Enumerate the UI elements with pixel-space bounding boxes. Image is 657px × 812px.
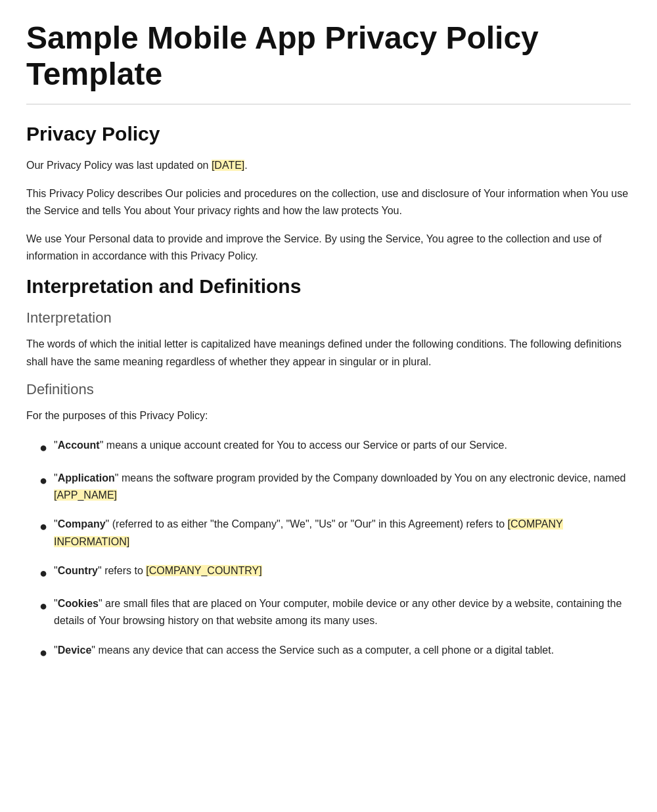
list-item: ● "Account" means a unique account creat…	[39, 437, 631, 458]
company-definition: "Company" (referred to as either "the Co…	[54, 516, 631, 551]
application-term: Application	[58, 472, 115, 484]
country-definition: "Country" refers to [COMPANY_COUNTRY]	[54, 562, 262, 579]
device-definition: "Device" means any device that can acces…	[54, 642, 554, 659]
last-updated-date: [DATE]	[212, 160, 244, 171]
definitions-list: ● "Account" means a unique account creat…	[39, 437, 631, 663]
application-definition: "Application" means the software program…	[54, 470, 631, 505]
privacy-policy-section: Privacy Policy Our Privacy Policy was la…	[26, 123, 631, 265]
company-info-placeholder: [COMPANY INFORMATION]	[54, 518, 563, 547]
cookies-definition: "Cookies" are small files that are place…	[54, 595, 631, 630]
list-item: ● "Cookies" are small files that are pla…	[39, 595, 631, 630]
list-item: ● "Application" means the software progr…	[39, 470, 631, 505]
bullet-icon: ●	[39, 516, 54, 537]
privacy-policy-paragraph2: We use Your Personal data to provide and…	[26, 231, 631, 265]
last-updated-suffix: .	[244, 160, 247, 171]
bullet-icon: ●	[39, 470, 54, 491]
account-term: Account	[58, 440, 100, 451]
device-term: Device	[58, 644, 92, 656]
privacy-policy-heading: Privacy Policy	[26, 123, 631, 145]
interpretation-subsection: Interpretation The words of which the in…	[26, 309, 631, 371]
app-name-placeholder: [APP_NAME]	[54, 489, 117, 501]
title-divider	[26, 104, 631, 104]
bullet-icon: ●	[39, 595, 54, 616]
definitions-subsection: Definitions For the purposes of this Pri…	[26, 381, 631, 663]
list-item: ● "Company" (referred to as either "the …	[39, 516, 631, 551]
interpretation-definitions-section: Interpretation and Definitions Interpret…	[26, 275, 631, 663]
interpretation-definitions-heading: Interpretation and Definitions	[26, 275, 631, 298]
company-term: Company	[58, 518, 106, 530]
account-definition: "Account" means a unique account created…	[54, 437, 507, 454]
privacy-policy-paragraph1: This Privacy Policy describes Our polici…	[26, 185, 631, 220]
cookies-term: Cookies	[58, 598, 99, 609]
definitions-subheading: Definitions	[26, 381, 631, 398]
list-item: ● "Device" means any device that can acc…	[39, 642, 631, 663]
definitions-intro: For the purposes of this Privacy Policy:	[26, 407, 631, 424]
page-title: Sample Mobile App Privacy Policy Templat…	[26, 20, 631, 92]
last-updated-text: Our Privacy Policy was last updated on […	[26, 157, 631, 174]
interpretation-subheading: Interpretation	[26, 309, 631, 327]
country-placeholder: [COMPANY_COUNTRY]	[146, 565, 261, 576]
bullet-icon: ●	[39, 437, 54, 458]
interpretation-text: The words of which the initial letter is…	[26, 336, 631, 371]
list-item: ● "Country" refers to [COMPANY_COUNTRY]	[39, 562, 631, 583]
last-updated-prefix: Our Privacy Policy was last updated on	[26, 160, 212, 171]
bullet-icon: ●	[39, 642, 54, 663]
bullet-icon: ●	[39, 562, 54, 583]
country-term: Country	[58, 565, 98, 576]
